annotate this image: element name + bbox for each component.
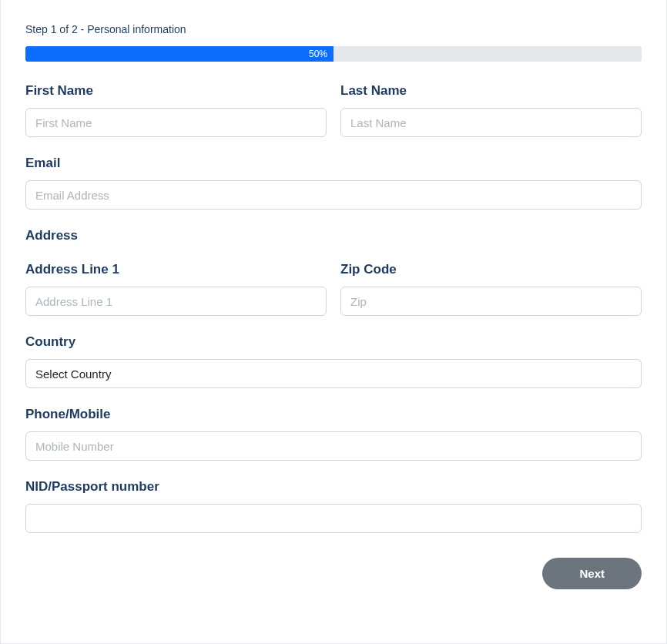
nid-input[interactable] <box>25 504 642 533</box>
name-row: First Name Last Name <box>25 83 642 137</box>
phone-label: Phone/Mobile <box>25 407 642 422</box>
zip-code-label: Zip Code <box>340 262 642 277</box>
zip-code-col: Zip Code <box>340 262 642 316</box>
address-line-1-label: Address Line 1 <box>25 262 327 277</box>
email-input[interactable] <box>25 180 642 210</box>
zip-code-input[interactable] <box>340 287 642 316</box>
progress-fill: 50% <box>25 46 334 62</box>
email-group: Email <box>25 156 642 210</box>
nid-label: NID/Passport number <box>25 479 642 495</box>
address-line-1-input[interactable] <box>25 287 327 316</box>
email-label: Email <box>25 156 642 171</box>
country-group: Country Select Country <box>25 334 642 388</box>
last-name-input[interactable] <box>340 108 642 137</box>
country-label: Country <box>25 334 642 350</box>
country-select[interactable]: Select Country <box>25 359 642 388</box>
phone-group: Phone/Mobile <box>25 407 642 461</box>
progress-bar: 50% <box>25 46 642 62</box>
last-name-label: Last Name <box>340 83 642 99</box>
first-name-col: First Name <box>25 83 327 137</box>
last-name-col: Last Name <box>340 83 642 137</box>
phone-input[interactable] <box>25 431 642 461</box>
nid-group: NID/Passport number <box>25 479 642 533</box>
address-heading: Address <box>25 228 642 243</box>
next-button[interactable]: Next <box>542 558 642 589</box>
address-row: Address Line 1 Zip Code <box>25 262 642 316</box>
first-name-label: First Name <box>25 83 327 99</box>
progress-text: 50% <box>309 49 327 59</box>
form-container: Step 1 of 2 - Personal information 50% F… <box>0 0 667 644</box>
address-line-1-col: Address Line 1 <box>25 262 327 316</box>
first-name-input[interactable] <box>25 108 327 137</box>
step-label: Step 1 of 2 - Personal information <box>25 23 642 35</box>
